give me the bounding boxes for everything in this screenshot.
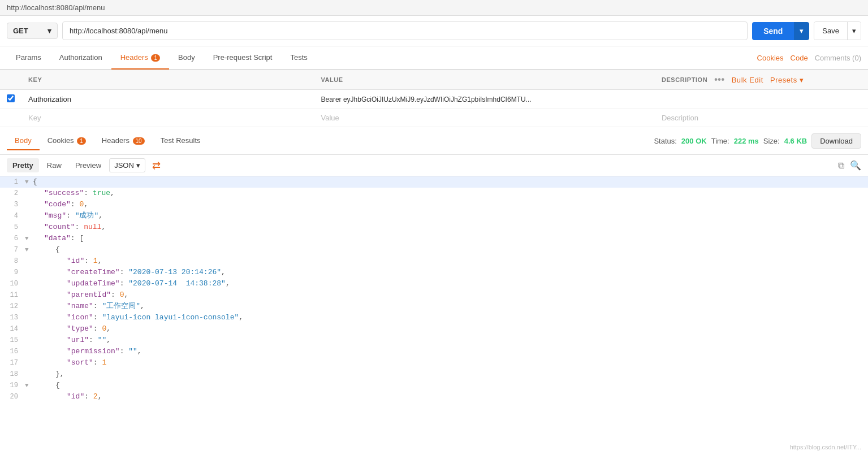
tabs-right-links: Cookies Code Comments (0) <box>757 54 861 62</box>
presets-dropdown-icon: ▾ <box>800 76 804 84</box>
row-value-text: Bearer eyJhbGciOiJIUzUxMiJ9.eyJzdWIiOiJh… <box>321 96 532 103</box>
size-label: Size: <box>763 137 780 145</box>
json-line: 7 ▼ { <box>0 244 868 255</box>
json-line: 18 }, <box>0 369 868 380</box>
json-line: 2 "success": true, <box>0 188 868 199</box>
title-url: http://localhost:8080/api/menu <box>7 3 105 12</box>
tab-body[interactable]: Body <box>169 46 204 70</box>
format-tab-raw[interactable]: Raw <box>41 158 67 172</box>
json-line: 8 "id": 1, <box>0 255 868 267</box>
json-line: 19 ▼ { <box>0 380 868 391</box>
th-value: VALUE <box>314 70 655 90</box>
json-line: 1 ▼ { <box>0 176 868 188</box>
empty-key-placeholder: Key <box>28 114 41 122</box>
wrap-icon[interactable]: ⇄ <box>152 159 161 172</box>
save-dropdown-button[interactable]: ▾ <box>847 22 861 40</box>
json-viewer[interactable]: 1 ▼ { 2 "success": true, 3 "code": 0, 4 … <box>0 176 868 402</box>
tab-prerequest[interactable]: Pre-request Script <box>204 46 282 70</box>
row-value-cell[interactable]: Bearer eyJhbGciOiJIUzUxMiJ9.eyJzdWIiOiJh… <box>314 90 655 109</box>
status-label: Status: <box>654 137 676 145</box>
th-description: DESCRIPTION ••• Bulk Edit Presets ▾ <box>655 70 868 90</box>
row-checkbox[interactable] <box>7 94 15 102</box>
tab-headers[interactable]: Headers 1 <box>111 46 169 70</box>
status-value: 200 OK <box>681 137 707 145</box>
url-bar: GET ▾ Send ▾ Save ▾ <box>0 16 868 46</box>
row-key-cell[interactable]: Authorization <box>21 90 314 109</box>
response-tab-body[interactable]: Body <box>7 132 40 150</box>
response-bar: Body Cookies 1 Headers 10 Test Results S… <box>0 127 868 155</box>
response-tab-test-results[interactable]: Test Results <box>153 132 209 150</box>
cookies-link[interactable]: Cookies <box>757 54 784 62</box>
method-dropdown-icon: ▾ <box>47 27 51 35</box>
json-format-dropdown[interactable]: JSON ▾ <box>109 158 145 172</box>
response-tabs: Body Cookies 1 Headers 10 Test Results <box>7 132 209 150</box>
header-row-0: Authorization Bearer eyJhbGciOiJIUzUxMiJ… <box>0 90 868 109</box>
json-line: 16 "permission": "", <box>0 346 868 357</box>
send-button-group: Send ▾ <box>752 22 809 40</box>
row-key-text: Authorization <box>28 95 71 103</box>
copy-icon[interactable]: ⧉ <box>838 161 844 171</box>
row-desc-cell[interactable] <box>655 90 868 109</box>
code-link[interactable]: Code <box>791 54 808 62</box>
format-tab-pretty[interactable]: Pretty <box>7 158 39 172</box>
row-checkbox-cell[interactable] <box>0 90 21 109</box>
json-line: 5 "count": null, <box>0 222 868 233</box>
url-input[interactable] <box>62 21 748 40</box>
header-row-empty: Key Value Description <box>0 109 868 127</box>
response-tab-headers[interactable]: Headers 10 <box>94 132 153 150</box>
json-line: 20 "id": 2, <box>0 391 868 402</box>
presets-link[interactable]: Presets ▾ <box>770 76 804 84</box>
download-button[interactable]: Download <box>811 133 861 149</box>
json-line: 4 "msg": "成功", <box>0 210 868 222</box>
more-options-button[interactable]: ••• <box>714 75 724 85</box>
th-key: KEY <box>21 70 314 90</box>
title-bar: http://localhost:8080/api/menu <box>0 0 868 16</box>
json-format-dropdown-icon: ▾ <box>136 161 140 170</box>
tab-authorization[interactable]: Authorization <box>50 46 111 70</box>
send-button[interactable]: Send <box>752 22 794 40</box>
json-line: 11 "parentId": 0, <box>0 289 868 301</box>
comments-link[interactable]: Comments (0) <box>815 54 861 62</box>
format-bar: Pretty Raw Preview JSON ▾ ⇄ ⧉ 🔍 <box>0 155 868 176</box>
json-line: 3 "code": 0, <box>0 199 868 210</box>
send-dropdown-button[interactable]: ▾ <box>794 22 809 40</box>
json-format-label: JSON <box>114 161 134 170</box>
json-line: 14 "type": 0, <box>0 323 868 335</box>
search-icon[interactable]: 🔍 <box>850 160 861 171</box>
response-tab-cookies[interactable]: Cookies 1 <box>40 132 94 150</box>
json-line: 13 "icon": "layui-icon layui-icon-consol… <box>0 312 868 323</box>
headers-table: KEY VALUE DESCRIPTION ••• Bulk Edit Pres… <box>0 70 868 127</box>
cookies-response-badge: 1 <box>77 137 86 145</box>
headers-badge: 1 <box>151 54 160 62</box>
tab-tests[interactable]: Tests <box>281 46 316 70</box>
time-label: Time: <box>711 137 729 145</box>
bulk-edit-link[interactable]: Bulk Edit <box>732 76 763 84</box>
empty-value-placeholder: Value <box>321 114 339 122</box>
empty-desc-placeholder: Description <box>662 114 698 122</box>
json-line: 15 "url": "", <box>0 335 868 346</box>
format-bar-right: ⧉ 🔍 <box>838 160 861 171</box>
save-button-group: Save ▾ <box>814 21 861 40</box>
json-line: 6 ▼ "data": [ <box>0 233 868 244</box>
headers-response-badge: 10 <box>133 137 145 145</box>
json-line: 12 "name": "工作空间", <box>0 301 868 312</box>
response-meta: Status: 200 OK Time: 222 ms Size: 4.6 KB… <box>654 133 861 149</box>
json-line: 17 "sort": 1 <box>0 357 868 369</box>
save-button[interactable]: Save <box>814 22 847 40</box>
format-tab-preview[interactable]: Preview <box>70 158 107 172</box>
json-line: 10 "updateTime": "2020-07-14 14:38:28", <box>0 278 868 289</box>
method-label: GET <box>13 27 28 35</box>
request-tabs: Params Authorization Headers 1 Body Pre-… <box>0 46 868 70</box>
tab-params[interactable]: Params <box>7 46 50 70</box>
th-checkbox <box>0 70 21 90</box>
size-value: 4.6 KB <box>784 137 807 145</box>
json-line: 9 "createTime": "2020-07-13 20:14:26", <box>0 267 868 278</box>
method-selector[interactable]: GET ▾ <box>7 23 58 39</box>
time-value: 222 ms <box>734 137 759 145</box>
